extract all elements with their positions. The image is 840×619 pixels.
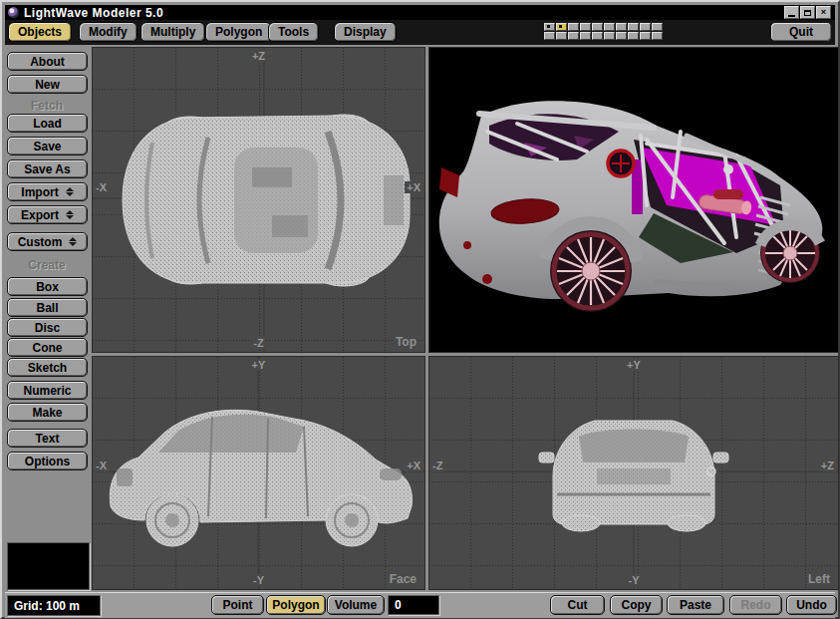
mini-toolbar-button[interactable] [652,23,663,31]
sidebar-item-save[interactable]: Save [7,137,88,155]
close-icon: × [821,8,826,17]
sidebar-item-cone[interactable]: Cone [7,338,88,357]
wireframe-car-top [123,115,410,286]
axis-label-right: +Z [819,460,836,471]
mini-toolbar-button[interactable] [568,23,579,31]
sidebar-item-text[interactable]: Text [7,429,88,448]
axis-label-top: +Y [250,359,268,371]
status-bar: Grid: 100 m Point Polygon Volume 0 Cut C… [5,592,835,618]
viewport-name: Left [806,572,832,586]
mini-toolbar-button[interactable] [628,32,639,40]
mini-toolbar-button[interactable] [604,23,615,31]
axis-label-left: -Z [430,460,444,471]
top-view-canvas [93,48,424,352]
axis-label-right: +X [405,460,422,471]
mini-toolbar-button[interactable] [568,32,579,40]
render-canvas [429,48,838,352]
axis-label-top: +Y [625,359,643,371]
maximize-icon [804,10,811,16]
sidebar-item-options[interactable]: Options [7,452,88,470]
cut-button[interactable]: Cut [550,595,605,615]
mode-volume-button[interactable]: Volume [327,595,385,615]
maximize-button[interactable] [800,6,815,19]
mini-toolbar-button[interactable] [592,23,603,31]
sidebar-item-export[interactable]: Export [7,205,88,224]
minimize-icon [788,15,795,17]
sidebar-item-save-as[interactable]: Save As [7,159,88,178]
mini-toolbar-button[interactable] [628,23,639,31]
axis-label-bottom: -Y [251,574,266,586]
axis-label-left: -X [94,460,109,471]
mini-toolbar-button[interactable] [640,23,651,31]
tab-objects[interactable]: Objects [8,22,72,42]
tab-display[interactable]: Display [334,22,397,42]
wireframe-car-rear [539,421,728,531]
viewport-perspective[interactable] [428,47,839,353]
mini-toolbar-button[interactable] [640,32,651,40]
mode-polygon-button[interactable]: Polygon [266,595,326,615]
tab-modify[interactable]: Modify [79,22,138,42]
mode-point-button[interactable]: Point [211,595,264,615]
sidebar-item-new[interactable]: New [7,75,88,94]
mini-toolbar-button[interactable] [556,32,567,40]
minimize-button[interactable] [784,6,799,19]
face-view-canvas [93,357,424,589]
mini-toolbar-button[interactable] [544,23,555,31]
undo-button[interactable]: Undo [786,595,837,615]
sidebar-item-disc[interactable]: Disc [7,318,88,337]
sidebar-item-about[interactable]: About [7,52,88,71]
axis-label-top: +Z [250,50,267,62]
axis-label-left: -X [94,181,109,193]
mini-toolbar-button[interactable] [616,23,627,31]
viewport-name: Top [394,335,419,349]
mini-toolbar-button[interactable] [544,32,555,40]
viewport-name: Face [388,572,419,586]
selection-count-readout: 0 [388,595,439,615]
title-bar[interactable]: LightWave Modeler 5.0 × [5,5,835,20]
window-title: LightWave Modeler 5.0 [24,6,163,20]
sidebar-item-custom[interactable]: Custom [7,232,88,251]
mini-toolbar-button[interactable] [592,32,603,40]
left-view-canvas [429,357,838,589]
grid-size-readout: Grid: 100 m [7,595,101,616]
tab-tools[interactable]: Tools [268,22,319,42]
updown-arrows-icon [66,210,74,219]
paste-button[interactable]: Paste [667,595,724,615]
sidebar-item-label: Export [21,208,59,222]
mini-toolbar-button[interactable] [556,23,567,31]
sidebar-item-make[interactable]: Make [7,403,88,422]
redo-button: Redo [729,595,782,615]
axis-label-bottom: -Z [251,337,265,349]
viewport-left[interactable]: +Y -Y -Z +Z Left [428,356,839,590]
sidebar-item-box[interactable]: Box [7,277,88,296]
sidebar-item-ball[interactable]: Ball [7,298,88,317]
tab-polygon[interactable]: Polygon [205,22,272,42]
mini-toolbar-button[interactable] [580,23,591,31]
rear-wheel [550,230,632,312]
preview-swatch [7,542,90,590]
sidebar-item-label: Import [21,185,58,199]
viewport-top[interactable]: +Z -Z -X +X Top [92,47,425,353]
mini-toolbar-button[interactable] [580,32,591,40]
tab-multiply[interactable]: Multiply [140,22,205,42]
updown-arrows-icon [66,187,74,196]
mini-toolbar [544,23,666,43]
app-window: LightWave Modeler 5.0 × Objects Modify M… [0,0,840,619]
menu-tab-bar: Objects Modify Multiply Polygon Tools Di… [5,20,835,45]
sidebar-item-label: Custom [18,235,63,249]
axis-label-right: +X [405,181,422,193]
mini-toolbar-button[interactable] [604,32,615,40]
mini-toolbar-button[interactable] [616,32,627,40]
copy-button[interactable]: Copy [610,595,663,615]
app-icon [8,7,19,18]
sidebar-item-import[interactable]: Import [7,182,88,201]
viewport-face[interactable]: +Y -Y -X +X Face [92,356,425,590]
mini-toolbar-button[interactable] [652,32,663,40]
sidebar-item-numeric[interactable]: Numeric [7,381,88,400]
close-button[interactable]: × [816,6,831,19]
sidebar-item-sketch[interactable]: Sketch [7,358,88,377]
quit-button[interactable]: Quit [770,22,832,42]
sidebar-item-load[interactable]: Load [7,114,88,133]
axis-label-bottom: -Y [627,574,642,586]
updown-arrows-icon [69,237,77,246]
